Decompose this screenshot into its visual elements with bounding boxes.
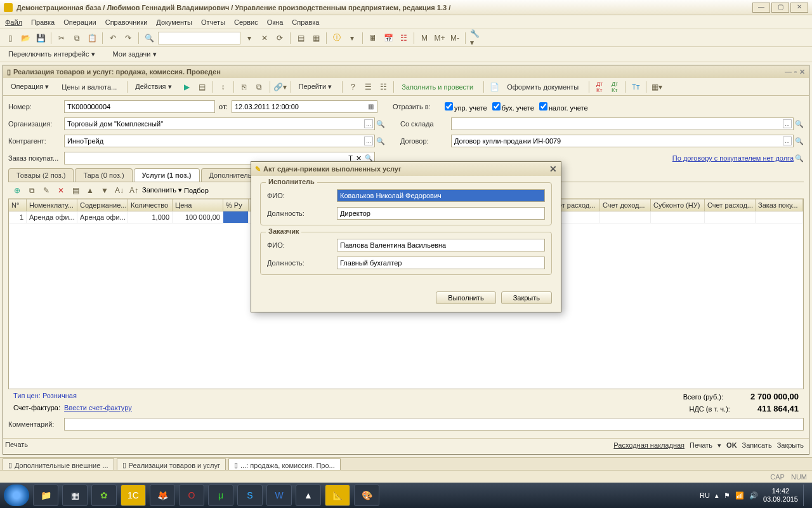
org-input[interactable]: Торговый дом "Комплексный"... <box>64 117 375 130</box>
del-row-icon[interactable]: ✕ <box>55 184 67 197</box>
my-tasks[interactable]: Мои задачи ▾ <box>108 48 166 60</box>
sort-desc-icon[interactable]: A↑ <box>128 184 140 197</box>
print-footer[interactable]: Печать <box>5 441 28 448</box>
refresh-icon[interactable]: ⟳ <box>273 32 286 44</box>
goto-button[interactable]: Перейти ▾ <box>295 81 339 93</box>
edit-row-icon[interactable]: ✎ <box>40 184 53 197</box>
cut-icon[interactable]: ✂ <box>55 32 68 44</box>
m-button[interactable]: M <box>418 32 431 44</box>
undo-icon[interactable]: ↶ <box>107 32 119 44</box>
clock-time[interactable]: 14:42 <box>763 487 798 495</box>
doc-max-icon[interactable]: ▫ <box>794 68 797 76</box>
menu-windows[interactable]: Окна <box>267 18 284 26</box>
m-minus-button[interactable]: M- <box>449 32 461 44</box>
paint-icon[interactable]: 🎨 <box>354 485 379 506</box>
menu-service[interactable]: Сервис <box>234 18 258 26</box>
tab-select-button[interactable]: Подбор <box>184 187 209 194</box>
debt-lookup-icon[interactable]: 🔍 <box>795 154 804 163</box>
dkt-icon[interactable]: ДтКт <box>593 81 606 93</box>
ok-button[interactable]: OK <box>726 441 737 450</box>
menu-catalogs[interactable]: Справочники <box>105 18 148 26</box>
help-icon[interactable]: ⓘ <box>331 32 343 44</box>
waybill-link[interactable]: Расходная накладная <box>613 441 684 450</box>
paste-icon[interactable]: 📋 <box>86 32 98 44</box>
1c-icon[interactable]: 1С <box>121 485 146 506</box>
clock-date[interactable]: 03.09.2015 <box>763 495 798 504</box>
save-button[interactable]: Записать <box>742 441 772 450</box>
date-input[interactable]: 12.03.2011 12:00:00▦ <box>232 100 377 113</box>
app2-icon[interactable]: 📐 <box>325 485 350 506</box>
cb-tax[interactable]: налог. учете <box>538 102 588 112</box>
app-icon[interactable]: ▲ <box>296 485 321 506</box>
explorer-icon[interactable]: 📁 <box>33 485 58 506</box>
prices-button[interactable]: Цены и валюта... <box>58 81 123 93</box>
copy-row-icon[interactable]: ⧉ <box>25 184 38 197</box>
redo-icon[interactable]: ↷ <box>122 32 134 44</box>
print-button[interactable]: Печать <box>690 441 712 450</box>
cust-fio-input[interactable] <box>337 239 545 251</box>
t-icon[interactable]: Тт <box>629 81 642 93</box>
close-button[interactable]: Закрыть <box>777 441 804 450</box>
doc-min-icon[interactable]: — <box>785 68 792 76</box>
nav2-icon[interactable]: ☷ <box>377 81 390 93</box>
basis-icon[interactable]: ⎘ <box>238 81 251 93</box>
lang-indicator[interactable]: RU <box>700 491 710 499</box>
tab-goods[interactable]: Товары (2 поз.) <box>8 168 74 182</box>
warehouse-input[interactable]: ... <box>451 117 794 130</box>
menu-operations[interactable]: Операции <box>63 18 96 26</box>
start-button[interactable] <box>4 485 29 506</box>
calendar-icon[interactable]: 📅 <box>382 32 395 44</box>
docs-icon[interactable]: 📄 <box>488 81 501 93</box>
down-icon[interactable]: ▼ <box>98 184 111 197</box>
double-cmd-icon[interactable]: ▦ <box>62 485 88 506</box>
menu-edit[interactable]: Правка <box>31 18 55 26</box>
fill-post-button[interactable]: Заполнить и провести <box>398 81 480 93</box>
open-icon[interactable]: 📂 <box>19 32 32 44</box>
search-icon[interactable]: 🔍 <box>143 32 155 44</box>
counterparty-input[interactable]: ИнноТрейд... <box>64 135 375 147</box>
actions-button[interactable]: Действия ▾ <box>131 81 178 93</box>
number-input[interactable]: ТК000000004 <box>64 100 215 113</box>
help2-icon[interactable]: ? <box>346 81 359 93</box>
maximize-button[interactable]: ▢ <box>771 3 789 13</box>
dkt2-icon[interactable]: ДтКт <box>608 81 621 93</box>
dropdown-icon[interactable]: ▾ <box>243 32 256 44</box>
exec-fio-input[interactable] <box>337 189 545 202</box>
contract-input[interactable]: Договор купли-продажи ИН-0079... <box>451 135 794 147</box>
skype-icon[interactable]: S <box>237 485 263 506</box>
menu-reports[interactable]: Отчеты <box>201 18 225 26</box>
wh-lookup-icon[interactable]: 🔍 <box>795 120 804 128</box>
tray-up-icon[interactable]: ▴ <box>715 491 719 500</box>
menu-file[interactable]: Файл <box>5 18 22 26</box>
doc-icon[interactable]: ▤ <box>196 81 209 93</box>
dialog-close-button[interactable]: Закрыть <box>501 291 552 304</box>
icq-icon[interactable]: ✿ <box>91 485 117 506</box>
add-row-icon[interactable]: ⊕ <box>11 184 23 197</box>
dialog-close-icon[interactable]: ✕ <box>549 164 557 174</box>
firefox-icon[interactable]: 🦊 <box>150 485 175 506</box>
exec-pos-input[interactable] <box>337 207 545 220</box>
sound-icon[interactable]: 🔊 <box>749 491 758 500</box>
show-desktop[interactable] <box>803 485 808 506</box>
doc-close-icon[interactable]: ✕ <box>799 68 805 76</box>
network-icon[interactable]: 📶 <box>735 491 744 500</box>
cb-mgmt[interactable]: упр. учете <box>443 102 487 112</box>
menu-help[interactable]: Справка <box>292 18 319 26</box>
movement-icon[interactable]: ↕ <box>217 81 230 93</box>
tab-services[interactable]: Услуги (1 поз.) <box>134 168 200 182</box>
chart-icon[interactable]: ☷ <box>397 32 410 44</box>
tool-icon[interactable]: ▤ <box>294 32 307 44</box>
sort-asc-icon[interactable]: A↓ <box>113 184 126 197</box>
comment-input[interactable] <box>64 418 804 431</box>
operation-button[interactable]: Операция ▾ <box>7 81 55 93</box>
new-icon[interactable]: ▯ <box>4 32 16 44</box>
flag-icon[interactable]: ⚑ <box>724 491 730 500</box>
enter-invoice-link[interactable]: Ввести счет-фактуру <box>64 404 132 411</box>
insert-icon[interactable]: ▤ <box>69 184 82 197</box>
tab-tara[interactable]: Тара (0 поз.) <box>75 168 132 182</box>
dialog-title[interactable]: ✎ Акт сдачи-приемки выполненных услуг ✕ <box>251 162 561 176</box>
opera-icon[interactable]: O <box>179 485 204 506</box>
tool2-icon[interactable]: ▦ <box>310 32 322 44</box>
make-docs-button[interactable]: Оформить документы <box>503 81 585 93</box>
switch-interface[interactable]: Переключить интерфейс ▾ <box>4 48 105 60</box>
